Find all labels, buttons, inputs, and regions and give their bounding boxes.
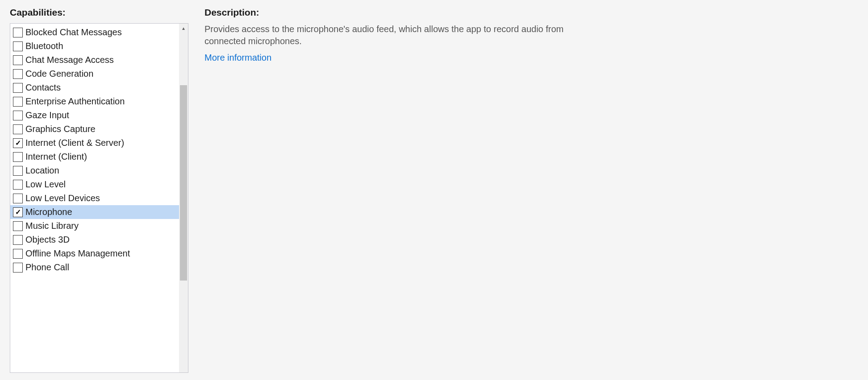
capability-label: Microphone xyxy=(25,207,72,217)
capability-checkbox[interactable] xyxy=(13,235,23,245)
capability-label: Objects 3D xyxy=(25,235,70,245)
capability-label: Chat Message Access xyxy=(25,55,114,65)
capabilities-listbox[interactable]: Blocked Chat MessagesBluetoothChat Messa… xyxy=(10,23,188,373)
capability-label: Internet (Client) xyxy=(25,152,87,162)
scrollbar[interactable]: ▲ xyxy=(179,24,188,372)
scroll-thumb[interactable] xyxy=(180,85,187,281)
scroll-track[interactable] xyxy=(179,33,188,372)
more-information-link[interactable]: More information xyxy=(204,53,271,62)
capability-label: Offline Maps Management xyxy=(25,248,130,259)
capability-item[interactable]: Blocked Chat Messages xyxy=(10,25,179,39)
capability-label: Internet (Client & Server) xyxy=(25,138,124,148)
capability-label: Contacts xyxy=(25,83,61,93)
capability-label: Code Generation xyxy=(25,69,93,79)
capability-checkbox[interactable] xyxy=(13,166,23,176)
capability-label: Gaze Input xyxy=(25,110,69,120)
capability-checkbox[interactable] xyxy=(13,41,23,51)
capability-checkbox[interactable] xyxy=(13,111,23,120)
capability-item[interactable]: Location xyxy=(10,164,179,178)
capability-item[interactable]: Offline Maps Management xyxy=(10,247,179,260)
capability-checkbox[interactable] xyxy=(13,138,23,148)
capabilities-heading: Capabilities: xyxy=(10,7,188,18)
capability-item[interactable]: Microphone xyxy=(10,205,179,219)
capability-checkbox[interactable] xyxy=(13,124,23,134)
capability-label: Phone Call xyxy=(25,262,69,273)
capability-item[interactable]: Internet (Client & Server) xyxy=(10,136,179,150)
capability-checkbox[interactable] xyxy=(13,97,23,107)
capability-item[interactable]: Code Generation xyxy=(10,67,179,81)
capability-label: Low Level xyxy=(25,179,66,190)
description-heading: Description: xyxy=(204,7,858,18)
capability-checkbox[interactable] xyxy=(13,249,23,259)
capability-checkbox[interactable] xyxy=(13,28,23,37)
capability-item[interactable]: Enterprise Authentication xyxy=(10,95,179,108)
capability-checkbox[interactable] xyxy=(13,69,23,79)
capability-item[interactable]: Low Level Devices xyxy=(10,191,179,205)
capability-item[interactable]: Gaze Input xyxy=(10,108,179,122)
capability-checkbox[interactable] xyxy=(13,180,23,190)
scroll-up-icon[interactable]: ▲ xyxy=(179,24,188,33)
capability-label: Enterprise Authentication xyxy=(25,96,125,107)
capability-label: Location xyxy=(25,165,59,176)
capability-label: Blocked Chat Messages xyxy=(25,27,122,37)
capability-checkbox[interactable] xyxy=(13,55,23,65)
capability-checkbox[interactable] xyxy=(13,263,23,273)
capability-item[interactable]: Bluetooth xyxy=(10,39,179,53)
capability-checkbox[interactable] xyxy=(13,83,23,93)
capability-item[interactable]: Low Level xyxy=(10,178,179,191)
capability-label: Low Level Devices xyxy=(25,193,100,203)
capability-item[interactable]: Graphics Capture xyxy=(10,122,179,136)
capability-item[interactable]: Phone Call xyxy=(10,260,179,274)
capability-label: Bluetooth xyxy=(25,41,63,51)
capability-checkbox[interactable] xyxy=(13,152,23,162)
capability-checkbox[interactable] xyxy=(13,207,23,217)
description-text: Provides access to the microphone's audi… xyxy=(204,23,606,47)
capability-checkbox[interactable] xyxy=(13,194,23,203)
capability-item[interactable]: Music Library xyxy=(10,219,179,233)
capability-label: Graphics Capture xyxy=(25,124,96,134)
capability-item[interactable]: Objects 3D xyxy=(10,233,179,247)
capability-label: Music Library xyxy=(25,221,79,231)
capability-item[interactable]: Internet (Client) xyxy=(10,150,179,164)
capability-item[interactable]: Contacts xyxy=(10,81,179,95)
capability-checkbox[interactable] xyxy=(13,221,23,231)
capability-item[interactable]: Chat Message Access xyxy=(10,53,179,67)
